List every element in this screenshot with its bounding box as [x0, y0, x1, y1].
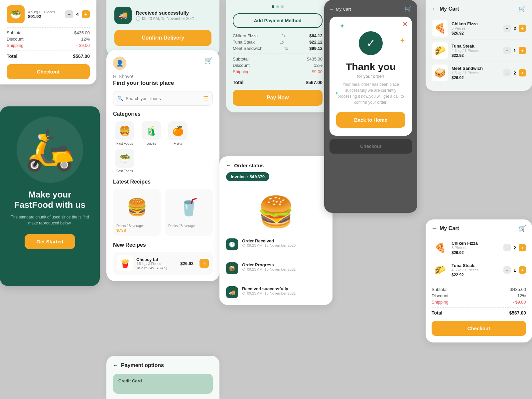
mycart-bottom-name-2: Tuna Steak.	[452, 263, 500, 268]
step-connector-2	[232, 278, 232, 283]
new-recipe-meta: 1h 20m 34s ★ (4.5)	[136, 266, 177, 270]
add-recipe-button[interactable]: +	[200, 259, 209, 268]
mycart-item-1: 🍕 Chiken Fizza 3 Pieces $26.92 − 2 +	[432, 17, 526, 40]
add-payment-button[interactable]: Add Payment Method	[233, 13, 323, 28]
checkout-button[interactable]: Checkout	[7, 64, 90, 79]
clock-icon: 🕐	[136, 16, 141, 21]
confirm-delivery-button[interactable]: Confirm Delivery	[114, 30, 211, 46]
mycart-shipping-label: Shipping	[432, 300, 449, 305]
status-steps: 🕐 Order Received ⏱ 09:23 AM, 15 November…	[226, 238, 326, 298]
subtotal-label: Subtotal	[7, 30, 23, 35]
step-title-delivered: Received successfully	[242, 286, 296, 291]
discount-row: Discount 12%	[7, 37, 90, 42]
mycart-qty-decrease-2[interactable]: −	[503, 47, 511, 54]
mycart-bottom-sub-2: 4.5 kg / 1 Pieces	[452, 268, 500, 272]
new-recipe-rating: ★ (4.5)	[156, 266, 167, 270]
category-item-juices[interactable]: 🧃 Juices	[140, 121, 163, 145]
mycart-item-sub-3: 4.5 kg / 1 Pieces	[452, 71, 500, 75]
cart-icon-mycart[interactable]: 🛒	[519, 5, 526, 13]
checkout-dark-button[interactable]: Checkout	[330, 139, 412, 154]
recipe-card-1[interactable]: ♡ 🍔 Drinks / Beverages $738	[113, 189, 161, 236]
cart-icon-mycart-bottom[interactable]: 🛒	[519, 225, 526, 232]
category-item-fastfoods[interactable]: 🍔 Fast Foods	[113, 121, 136, 145]
search-input[interactable]	[126, 96, 200, 101]
mycart-item-info-1: Chiken Fizza 3 Pieces $26.92	[452, 21, 500, 36]
order-discount-row: Discount 12%	[233, 63, 323, 68]
search-bar: 🔍 ☰	[113, 91, 213, 106]
mycart-qty-decrease-1[interactable]: −	[503, 25, 511, 32]
mycart-item-info-2: Tuna Steak. 4.5 kg / 1 Pieces $22.92	[452, 44, 500, 58]
payment-title: Payment options	[121, 362, 164, 368]
step-info-received: Order Received ⏱ 09:23 AM, 15 November 2…	[242, 238, 296, 247]
cart-divider-2	[7, 51, 90, 51]
mycart-checkout-button[interactable]: Checkout	[432, 321, 526, 336]
back-btn-dark[interactable]: ← My Cart	[330, 7, 351, 12]
mycart-shipping-val: - $9.00	[513, 300, 526, 305]
item-price-2: $22.12	[309, 40, 323, 45]
step-icon-delivered: 🚚	[226, 286, 238, 298]
category-img-fruits: 🍊	[168, 121, 188, 140]
categories-grid: 🍔 Fast Foods 🧃 Juices 🍊 Fruits 🥗 Fast Fo…	[113, 121, 213, 173]
cart-item-weight: 4.5 kg / 1 Pieces	[28, 10, 62, 14]
recipe-card-2[interactable]: 🥤 Drinks / Beverages	[165, 189, 213, 236]
mycart-qty-increase-1[interactable]: +	[519, 25, 526, 32]
thankyou-overlay-panel: ← My Cart 🛒 ✕ ✦ ✦ ✦ ✓ Thank you for your…	[324, 0, 417, 213]
mycart-qty-increase-3[interactable]: +	[519, 69, 526, 76]
thankyou-modal: ✕ ✦ ✦ ✦ ✓ Thank you for your order! Your…	[330, 17, 412, 136]
mycart-qty-decrease-3[interactable]: −	[503, 69, 511, 76]
status-back-icon[interactable]: ←	[226, 162, 231, 168]
back-arrow-mycart-bottom[interactable]: ←	[432, 225, 437, 231]
cart-top-panel: 🥗 4.5 kg / 1 Pieces $91.92 − 4 + Subtota…	[0, 0, 96, 84]
item-qty-2: 1x	[280, 40, 284, 45]
quantity-value: 4	[74, 12, 80, 17]
filter-icon[interactable]: ☰	[203, 95, 208, 102]
mycart-bottom-qty-val-1: 2	[512, 245, 517, 250]
promo-title: Make yourFastFood with us	[14, 190, 85, 210]
back-arrow-dark: ←	[330, 7, 334, 12]
quantity-increase-button[interactable]: +	[82, 10, 90, 18]
quantity-decrease-button[interactable]: −	[65, 10, 73, 18]
mycart-bottom-qty-increase-1[interactable]: +	[519, 244, 526, 251]
mycart-item-2: 🌮 Tuna Steak. 4.5 kg / 1 Pieces $22.92 −…	[432, 40, 526, 62]
mycart-item-price-1: $26.92	[452, 31, 500, 36]
mycart-qty-val-1: 2	[512, 26, 517, 31]
success-checkmark: ✓	[359, 31, 383, 55]
category-item-fastfoods2[interactable]: 🥗 Fast Foods	[113, 149, 136, 173]
mycart-bottom-qty-decrease-2[interactable]: −	[503, 266, 511, 274]
get-started-button[interactable]: Get Started	[25, 234, 75, 249]
category-img-juices: 🧃	[142, 121, 161, 140]
mycart-bottom-price-2: $22.92	[452, 273, 500, 277]
mycart-qty-increase-2[interactable]: +	[519, 47, 526, 54]
delivery-panel: 🚚 Received successfully 🕐 09:23 AM, 15 N…	[106, 0, 219, 56]
mycart-label-dark: My Cart	[336, 7, 351, 12]
payment-card[interactable]: Credit Card	[113, 374, 213, 394]
cart-icon[interactable]: 🛒	[204, 57, 213, 65]
mycart-total-val: $567.00	[509, 310, 526, 316]
status-nav-title: Order status	[234, 163, 264, 168]
mycart-bottom-qty-decrease-1[interactable]: −	[503, 244, 511, 251]
mycart-item-img-2: 🌮	[432, 42, 448, 59]
heart-icon[interactable]: ♡	[153, 192, 158, 198]
order-total-val: $567.00	[306, 80, 323, 85]
mycart-bottom-info-1: Chiken Fizza 3 Pieces $26.92	[452, 241, 500, 255]
step-time-progress: ⏱ 09:23 AM, 15 November 2021	[242, 267, 296, 271]
discount-value: 12%	[81, 37, 90, 42]
step-received: 🕐 Order Received ⏱ 09:23 AM, 15 November…	[226, 238, 326, 250]
step-time-delivered: ⏱ 09:23 AM, 15 November 2021	[242, 291, 296, 295]
shipping-label: Shipping	[7, 43, 24, 48]
back-arrow-icon[interactable]: ←	[113, 362, 118, 368]
back-arrow-mycart[interactable]: ←	[432, 6, 437, 12]
pay-now-button[interactable]: Pay Now	[233, 90, 323, 106]
category-item-fruits[interactable]: 🍊 Fruits	[166, 121, 190, 145]
mycart-bottom-img-2: 🌮	[432, 262, 448, 278]
back-to-home-button[interactable]: Back to Home	[336, 112, 405, 128]
sparkle-icon-1: ✦	[339, 22, 345, 30]
mycart-bottom-qty-1: − 2 +	[503, 244, 526, 251]
order-total-label: Total	[233, 80, 243, 85]
close-button[interactable]: ✕	[402, 21, 407, 28]
cart-icon-dark[interactable]: 🛒	[405, 5, 412, 13]
mycart-item-img-1: 🍕	[432, 20, 448, 37]
mycart-item-3: 🥪 Meet Sandwich 4.5 kg / 1 Pieces $26.92…	[432, 62, 526, 84]
mycart-subtotal-val: $435.00	[510, 287, 526, 292]
mycart-bottom-qty-increase-2[interactable]: +	[519, 266, 526, 274]
